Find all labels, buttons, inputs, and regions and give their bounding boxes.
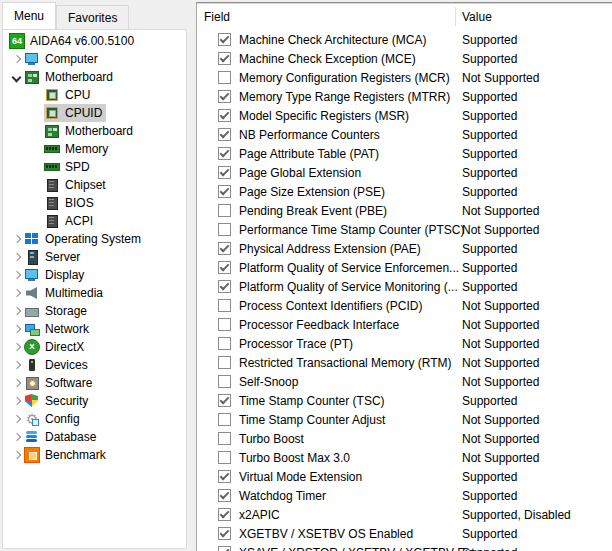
feature-row[interactable]: Turbo Boost Max 3.0 Not Supported xyxy=(197,448,612,467)
tree-item[interactable]: Display xyxy=(3,266,186,284)
feature-row[interactable]: Model Specific Registers (MSR) Supported xyxy=(197,106,612,125)
tree-item[interactable]: Config xyxy=(3,410,186,428)
feature-row[interactable]: Process Context Identifiers (PCID) Not S… xyxy=(197,296,612,315)
feature-row[interactable]: XGETBV / XSETBV OS Enabled Supported xyxy=(197,524,612,543)
feature-row[interactable]: Time Stamp Counter Adjust Not Supported xyxy=(197,410,612,429)
feature-checkbox[interactable] xyxy=(218,470,231,483)
expand-chevron-icon[interactable] xyxy=(9,362,24,368)
feature-row[interactable]: Machine Check Exception (MCE) Supported xyxy=(197,49,612,68)
feature-row[interactable]: Pending Break Event (PBE) Not Supported xyxy=(197,201,612,220)
expand-chevron-icon[interactable] xyxy=(9,236,24,242)
feature-checkbox[interactable] xyxy=(218,318,231,331)
tree-item[interactable]: Multimedia xyxy=(3,284,186,302)
feature-row[interactable]: NB Performance Counters Supported xyxy=(197,125,612,144)
feature-checkbox[interactable] xyxy=(218,109,231,122)
feature-checkbox[interactable] xyxy=(218,375,231,388)
tree-item[interactable]: Operating System xyxy=(3,230,186,248)
feature-checkbox[interactable] xyxy=(218,337,231,350)
expand-chevron-icon[interactable] xyxy=(9,434,24,440)
expand-chevron-icon[interactable] xyxy=(9,74,24,81)
tree-item[interactable]: Database xyxy=(3,428,186,446)
feature-checkbox[interactable] xyxy=(218,185,231,198)
feature-checkbox[interactable] xyxy=(218,242,231,255)
feature-checkbox[interactable] xyxy=(218,356,231,369)
feature-row[interactable]: Memory Type Range Registers (MTRR) Suppo… xyxy=(197,87,612,106)
expand-chevron-icon[interactable] xyxy=(9,56,24,62)
feature-value: Not Supported xyxy=(462,318,539,332)
tab[interactable]: Menu xyxy=(2,2,56,29)
feature-row[interactable]: Turbo Boost Not Supported xyxy=(197,429,612,448)
feature-row[interactable]: Page Attribute Table (PAT) Supported xyxy=(197,144,612,163)
tree-item[interactable]: CPUID xyxy=(3,104,186,122)
feature-checkbox[interactable] xyxy=(218,204,231,217)
feature-checkbox[interactable] xyxy=(218,33,231,46)
feature-row[interactable]: Platform Quality of Service Enforcemen..… xyxy=(197,258,612,277)
tree-item[interactable]: Server xyxy=(3,248,186,266)
tree-item[interactable]: Benchmark xyxy=(3,446,186,464)
column-separator[interactable] xyxy=(455,7,456,26)
feature-checkbox[interactable] xyxy=(218,546,231,551)
expand-chevron-icon[interactable] xyxy=(9,398,24,404)
feature-checkbox[interactable] xyxy=(218,413,231,426)
feature-checkbox[interactable] xyxy=(218,223,231,236)
tree-item[interactable]: Motherboard xyxy=(3,68,186,86)
tree-item[interactable]: Motherboard xyxy=(3,122,186,140)
tree-item[interactable]: CPU xyxy=(3,86,186,104)
tree-item-label: Motherboard xyxy=(65,124,133,138)
expand-chevron-icon[interactable] xyxy=(9,254,24,260)
feature-checkbox[interactable] xyxy=(218,527,231,540)
feature-row[interactable]: Machine Check Architecture (MCA) Support… xyxy=(197,30,612,49)
tree-item[interactable]: Memory xyxy=(3,140,186,158)
feature-checkbox[interactable] xyxy=(218,280,231,293)
tree-item[interactable]: Chipset xyxy=(3,176,186,194)
tree-item[interactable]: Computer xyxy=(3,50,186,68)
feature-checkbox[interactable] xyxy=(218,394,231,407)
feature-row[interactable]: XSAVE / XRSTOR / XSETBV / XGETBV Ext... … xyxy=(197,543,612,551)
feature-row[interactable]: Physical Address Extension (PAE) Support… xyxy=(197,239,612,258)
feature-checkbox[interactable] xyxy=(218,52,231,65)
tree-item[interactable]: X DirectX xyxy=(3,338,186,356)
tree-item[interactable]: 64 AIDA64 v6.00.5100 xyxy=(3,32,186,50)
feature-row[interactable]: Restricted Transactional Memory (RTM) No… xyxy=(197,353,612,372)
feature-checkbox[interactable] xyxy=(218,90,231,103)
feature-row[interactable]: Page Size Extension (PSE) Supported xyxy=(197,182,612,201)
feature-row[interactable]: Performance Time Stamp Counter (PTSC) No… xyxy=(197,220,612,239)
feature-row[interactable]: Processor Feedback Interface Not Support… xyxy=(197,315,612,334)
expand-chevron-icon[interactable] xyxy=(9,290,24,296)
feature-checkbox[interactable] xyxy=(218,489,231,502)
feature-row[interactable]: Time Stamp Counter (TSC) Supported xyxy=(197,391,612,410)
feature-checkbox[interactable] xyxy=(218,451,231,464)
tree-item[interactable]: Software xyxy=(3,374,186,392)
expand-chevron-icon[interactable] xyxy=(9,272,24,278)
tree-item[interactable]: Devices xyxy=(3,356,186,374)
feature-checkbox[interactable] xyxy=(218,166,231,179)
expand-chevron-icon[interactable] xyxy=(9,452,24,458)
expand-chevron-icon[interactable] xyxy=(9,416,24,422)
feature-checkbox[interactable] xyxy=(218,508,231,521)
tab[interactable]: Favorites xyxy=(56,5,129,29)
feature-row[interactable]: Virtual Mode Extension Supported xyxy=(197,467,612,486)
feature-row[interactable]: Watchdog Timer Supported xyxy=(197,486,612,505)
feature-row[interactable]: Platform Quality of Service Monitoring (… xyxy=(197,277,612,296)
feature-checkbox[interactable] xyxy=(218,128,231,141)
feature-row[interactable]: Page Global Extension Supported xyxy=(197,163,612,182)
expand-chevron-icon[interactable] xyxy=(9,344,24,350)
tree-item[interactable]: BIOS xyxy=(3,194,186,212)
feature-checkbox[interactable] xyxy=(218,299,231,312)
feature-checkbox[interactable] xyxy=(218,261,231,274)
tree-item[interactable]: SPD xyxy=(3,158,186,176)
feature-checkbox[interactable] xyxy=(218,432,231,445)
tree-item[interactable]: ACPI xyxy=(3,212,186,230)
tree-item[interactable]: Network xyxy=(3,320,186,338)
expand-chevron-icon[interactable] xyxy=(9,326,24,332)
tree-item[interactable]: Security xyxy=(3,392,186,410)
expand-chevron-icon[interactable] xyxy=(9,308,24,314)
feature-checkbox[interactable] xyxy=(218,71,231,84)
expand-chevron-icon[interactable] xyxy=(9,380,24,386)
feature-row[interactable]: Self-Snoop Not Supported xyxy=(197,372,612,391)
feature-row[interactable]: Processor Trace (PT) Not Supported xyxy=(197,334,612,353)
tree-item[interactable]: Storage xyxy=(3,302,186,320)
feature-row[interactable]: Memory Configuration Registers (MCR) Not… xyxy=(197,68,612,87)
feature-checkbox[interactable] xyxy=(218,147,231,160)
feature-row[interactable]: x2APIC Supported, Disabled xyxy=(197,505,612,524)
